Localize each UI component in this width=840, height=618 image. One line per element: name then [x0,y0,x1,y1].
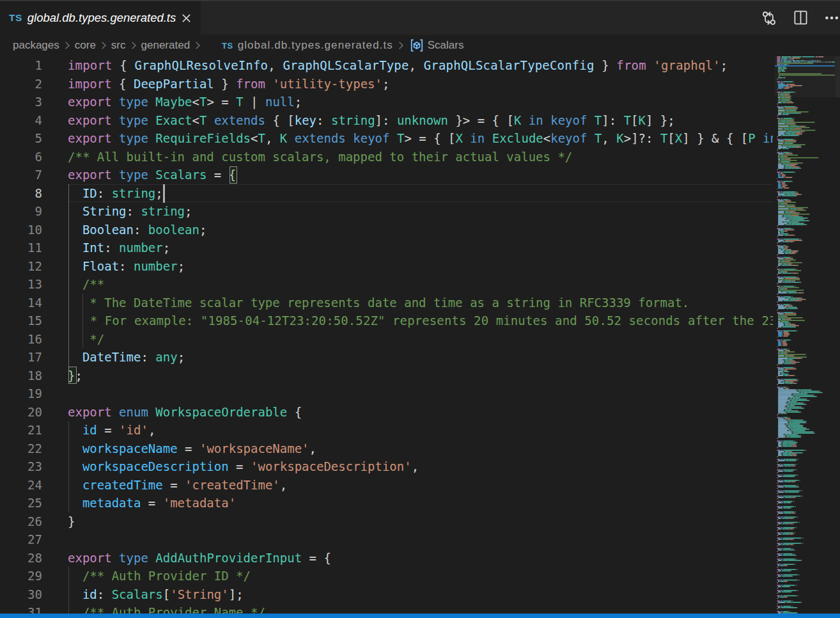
breadcrumbs: packagescoresrcgeneratedTSglobal.db.type… [0,35,840,56]
code-line-4[interactable]: 4export type Exact<T extends { [key: str… [0,111,773,130]
code-token: T [236,95,243,109]
code-line-2[interactable]: 2import { DeepPartial } from 'utility-ty… [0,75,773,93]
code-token [68,350,82,364]
code-token: */ [68,332,104,346]
code-line-text: workspaceName = 'workspaceName', [68,440,316,458]
breadcrumb-item-src[interactable]: src [111,39,126,52]
code-token [148,168,155,182]
code-token: keyof [550,131,587,145]
code-line-30[interactable]: 30 id: Scalars['String']; [0,585,773,604]
code-line-28[interactable]: 28export type AddAuthProviderInput = { [0,549,773,567]
code-token: ID [82,186,97,200]
code-line-25[interactable]: 25 metadata = 'metadata' [0,494,773,512]
code-line-21[interactable]: 21 id = 'id', [0,421,773,440]
code-token: number [134,259,178,273]
code-token [68,496,82,510]
code-token: extends [295,131,346,145]
code-line-9[interactable]: 9 String: string; [0,202,773,221]
code-line-19[interactable]: 19 [0,384,773,403]
code-area: 1import { GraphQLResolveInfo, GraphQLSca… [0,56,773,618]
line-number: 24 [0,476,42,495]
line-number: 28 [0,549,42,567]
breadcrumb-item-core[interactable]: core [75,39,96,52]
code-line-text: id = 'id', [68,421,155,440]
code-line-text: export type Maybe<T> = T | null; [68,93,302,111]
code-token: export [68,95,112,109]
breadcrumb-item-global-db-types-generated-ts[interactable]: TSglobal.db.types.generated.ts [222,39,393,52]
code-token: : [127,204,141,218]
code-line-6[interactable]: 6/** All built-in and custom scalars, ma… [0,148,773,166]
line-number: 3 [0,93,42,111]
minimap[interactable] [775,56,836,618]
split-editor-button[interactable] [787,4,814,31]
code-token: DateTime [82,350,141,364]
code-token: null [265,95,295,109]
code-token [543,113,550,127]
code-token [587,131,594,145]
code-token: < [251,131,258,145]
code-token: Exclude [492,131,543,145]
code-line-22[interactable]: 22 workspaceName = 'workspaceName', [0,440,773,458]
code-line-text: import { GraphQLResolveInfo, GraphQLScal… [68,56,727,75]
code-line-24[interactable]: 24 createdTime = 'createdTime', [0,476,773,495]
code-line-text: String: string; [68,202,192,221]
open-changes-button[interactable] [756,4,782,31]
code-token: , [268,58,283,72]
code-line-23[interactable]: 23 workspaceDescription = 'workspaceDesc… [0,457,773,476]
code-token: : [316,113,331,127]
code-token: WorkspaceOrderable [155,405,287,419]
tab-global-db-types-generated-ts[interactable]: TS global.db.types.generated.ts [0,1,201,35]
code-token: ; [163,241,170,255]
code-line-10[interactable]: 10 Boolean: boolean; [0,221,773,239]
vertical-scrollbar[interactable] [836,56,840,618]
code-line-26[interactable]: 26} [0,512,773,531]
code-token: GraphQLResolveInfo [134,58,268,72]
code-line-29[interactable]: 29 /** Auth Provider ID */ [0,567,773,585]
breadcrumb-separator-icon [193,40,202,51]
code-line-1[interactable]: 1import { GraphQLResolveInfo, GraphQLSca… [0,56,773,75]
code-line-11[interactable]: 11 Int: number; [0,239,773,257]
breadcrumb-item-scalars[interactable]: Scalars [410,38,464,52]
minimap-slider[interactable] [775,56,836,97]
code-line-7[interactable]: 7export type Scalars = { [0,166,773,184]
breadcrumb-item-packages[interactable]: packages [13,39,59,52]
code-line-12[interactable]: 12 Float: number; [0,257,773,276]
code-token: * The DateTime scalar type represents da… [68,296,689,310]
code-line-27[interactable]: 27 [0,530,773,549]
code-token: from [236,77,265,91]
code-line-5[interactable]: 5export type RequireFields<T, K extends … [0,129,773,148]
code-token [68,587,82,601]
code-line-3[interactable]: 3export type Maybe<T> = T | null; [0,93,773,111]
breadcrumb-label: global.db.types.generated.ts [238,39,393,52]
code-token: string [331,113,375,127]
code-line-13[interactable]: 13 /** [0,275,773,294]
breadcrumb-separator-icon [396,40,405,51]
code-token: K [616,131,623,145]
code-line-18[interactable]: 18}; [0,367,773,385]
code-line-16[interactable]: 16 */ [0,330,773,349]
code-token [485,131,492,145]
scrollbar-slider[interactable] [836,56,840,97]
more-actions-button[interactable] [817,4,840,31]
code-token: GraphQLScalarType [283,58,408,72]
code-token [646,58,654,72]
code-token [587,113,594,127]
line-number: 8 [0,184,42,203]
code-line-8[interactable]: 8 ID: string; [0,184,773,203]
code-line-20[interactable]: 20export enum WorkspaceOrderable { [0,403,773,422]
code-token: any [155,350,177,364]
line-number: 2 [0,75,42,93]
code-token: /** Auth Provider ID */ [68,569,251,583]
code-token: = { [302,551,331,565]
code-line-17[interactable]: 17 DateTime: any; [0,348,773,367]
code-token [68,441,82,456]
code-editor[interactable]: 1import { GraphQLResolveInfo, GraphQLSca… [0,56,840,618]
code-token: 'createdTime' [185,478,280,492]
bracket-match-highlight [229,166,238,184]
code-line-15[interactable]: 15 * For example: "1985-04-12T23:20:50.5… [0,312,773,330]
code-line-14[interactable]: 14 * The DateTime scalar type represents… [0,294,773,312]
tab-close-button[interactable] [178,10,194,26]
breadcrumb-item-generated[interactable]: generated [141,39,191,52]
code-token: in [763,131,773,145]
code-token [68,459,82,473]
